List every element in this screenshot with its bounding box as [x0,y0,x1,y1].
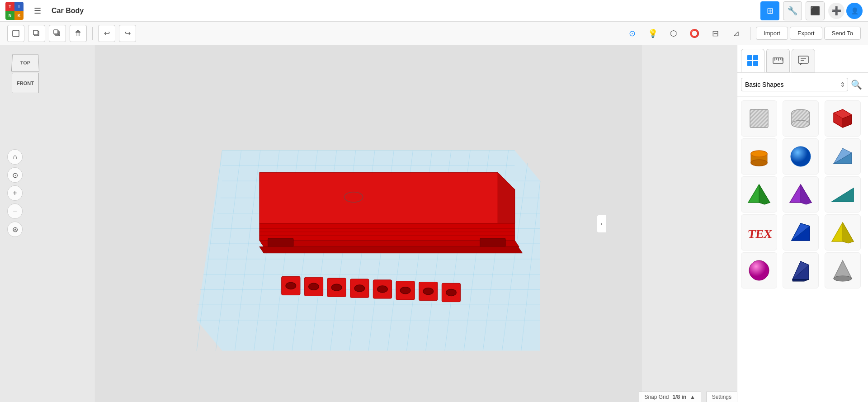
view-cube-top[interactable]: TOP [11,54,39,72]
tab-ruler[interactable] [766,49,790,72]
snap-grid-arrow[interactable]: ▲ [690,394,695,400]
view-cube[interactable]: TOP FRONT [7,52,43,98]
svg-point-111 [749,260,769,280]
shape-cylinder[interactable] [741,138,777,175]
add-user-icon[interactable]: ➕ [828,3,844,19]
svg-point-116 [834,276,852,281]
settings-label: Settings [712,394,731,400]
duplicate-tool[interactable] [49,25,66,42]
svg-point-58 [377,286,388,293]
svg-point-52 [309,283,319,290]
shapes-category-select[interactable]: Basic Shapes [741,78,848,91]
shape-prism-dark[interactable] [783,252,819,288]
shape-pyramid-yellow[interactable] [825,214,861,251]
undo-tool[interactable]: ↩ [98,25,115,42]
settings-btn[interactable]: Settings [706,392,737,402]
tinkercad-logo[interactable]: T I N K [5,2,24,20]
topbar-right: ⊞ 🔧 ⬛ ➕ 👤 [760,1,863,20]
3d-scene [0,45,737,402]
fit-btn[interactable]: ⊛ [7,222,23,237]
shape-cone-gray[interactable] [825,252,861,288]
svg-rect-67 [747,61,752,66]
user-area[interactable]: ➕ 👤 [828,3,863,19]
shape-prism-blue[interactable] [783,214,819,251]
svg-rect-45 [268,238,293,247]
avatar[interactable]: 👤 [846,3,863,19]
panel-collapse-btn[interactable]: › [597,215,606,233]
redo-tool[interactable]: ↪ [119,25,136,42]
toolbar: 🗑 ↩ ↪ ⊙ 💡 ⬡ ⭕ ⊟ ⊿ Import Export Send To [0,22,868,45]
orbit-btn[interactable]: ⊙ [7,167,23,183]
separator-2 [750,27,750,40]
export-button[interactable]: Export [790,27,822,40]
svg-point-56 [354,285,365,292]
shapes-button[interactable]: ⬛ [806,1,825,20]
svg-rect-0 [13,30,19,37]
svg-rect-2 [33,30,38,35]
svg-point-86 [792,120,810,128]
svg-marker-110 [843,222,854,243]
svg-rect-46 [480,238,505,247]
svg-marker-102 [801,184,811,204]
camera-view-btn[interactable]: ⊙ [623,25,641,42]
shapes-search-btn[interactable]: 🔍 [848,76,864,93]
document-title: Car Body [52,7,84,15]
shape-pyramid-green[interactable] [741,176,777,213]
shape-text[interactable]: TEXT [741,214,777,251]
svg-marker-100 [759,184,770,204]
svg-rect-5 [54,30,58,34]
circle-btn[interactable]: ⭕ [686,25,703,42]
logo-k: K [14,11,24,20]
svg-marker-114 [793,279,809,281]
select-tool[interactable] [7,25,24,42]
toolbar-view-controls: ⊙ 💡 ⬡ ⭕ ⊟ ⊿ Import Export Send To [623,25,861,42]
shape-cylinder-hole[interactable] [783,100,819,137]
svg-marker-38 [259,172,515,223]
zoom-in-btn[interactable]: + [7,185,23,201]
shape-sphere[interactable] [783,138,819,175]
import-button[interactable]: Import [756,27,788,40]
shape-sphere-pink[interactable] [741,252,777,288]
send-to-button[interactable]: Send To [824,27,861,40]
action-buttons: Import Export Send To [756,27,861,40]
mirror-btn[interactable]: ⊿ [727,25,745,42]
home-view-btn[interactable]: ⌂ [7,149,23,165]
zoom-out-btn[interactable]: − [7,203,23,219]
svg-rect-65 [747,55,752,60]
shape-wedge-blue[interactable] [825,138,861,175]
grid-view-button[interactable]: ⊞ [760,1,779,20]
snap-grid-value: 1/8 in [672,394,686,400]
tab-shapes[interactable] [741,49,764,72]
shape-box-solid[interactable] [825,100,861,137]
svg-point-54 [331,284,342,291]
delete-tool[interactable]: 🗑 [70,25,87,42]
svg-rect-66 [753,55,758,60]
grid-btn[interactable]: ⊟ [707,25,724,42]
svg-rect-75 [798,56,808,63]
svg-point-94 [751,160,767,166]
shape-wedge-teal[interactable] [825,176,861,213]
top-bar: T I N K ☰ Car Body ⊞ 🔧 ⬛ ➕ 👤 [0,0,868,22]
light-btn[interactable]: 💡 [644,25,661,42]
svg-rect-81 [750,109,768,128]
shape-btn[interactable]: ⬡ [665,25,682,42]
panel-tabs [737,45,868,73]
snap-grid-control[interactable]: Snap Grid 1/8 in ▲ [639,392,701,402]
viewport[interactable]: TOP FRONT ⌂ ⊙ + − ⊛ [0,45,737,402]
view-cube-front[interactable]: FRONT [12,73,39,93]
tab-comment[interactable] [792,49,815,72]
svg-marker-104 [832,188,854,202]
shape-box-hole[interactable] [741,100,777,137]
logo-n: N [5,11,14,20]
hamburger-menu[interactable]: ☰ [29,2,46,19]
tools-button[interactable]: 🔧 [783,1,802,20]
view-controls: ⌂ ⊙ + − ⊛ [7,149,23,237]
svg-rect-68 [753,61,758,66]
logo-i: I [14,2,24,11]
svg-point-64 [446,289,457,296]
copy-tool[interactable] [28,25,45,42]
shape-pyramid-purple[interactable] [783,176,819,213]
svg-point-50 [286,282,296,289]
svg-marker-47 [259,247,523,253]
svg-point-93 [751,151,767,157]
